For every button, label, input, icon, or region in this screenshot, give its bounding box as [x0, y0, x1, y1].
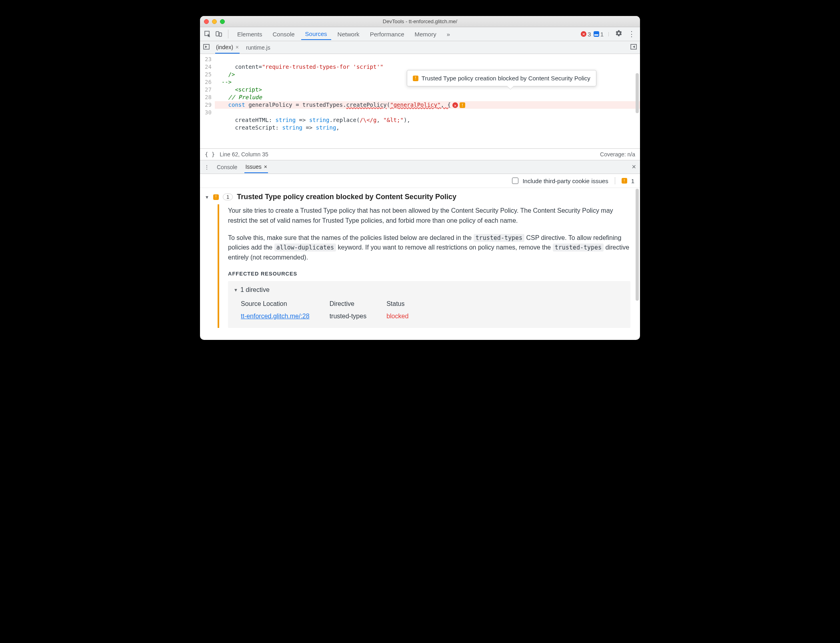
col-header-directive: Directive [330, 299, 366, 309]
file-tabbar: (index) × runtime.js [200, 41, 640, 54]
svg-rect-2 [219, 33, 222, 36]
warning-icon[interactable]: ! [460, 102, 465, 108]
device-toggle-icon[interactable] [214, 30, 223, 38]
tab-console[interactable]: Console [269, 28, 299, 40]
third-party-label: Include third-party cookie issues [522, 178, 608, 184]
window-title: DevTools - tt-enforced.glitch.me/ [204, 18, 636, 24]
collapse-icon[interactable]: ▼ [205, 195, 209, 200]
diagnostic-tooltip: ! Trusted Type policy creation blocked b… [407, 70, 596, 86]
close-icon[interactable]: × [236, 44, 239, 50]
collapse-icon[interactable]: ▼ [234, 287, 238, 294]
warning-icon: ! [413, 76, 418, 81]
warning-icon: ! [213, 194, 219, 200]
file-tab-label: runtime.js [246, 44, 270, 51]
main-toolbar: Elements Console Sources Network Perform… [200, 27, 640, 41]
more-menu-icon[interactable]: ⋮ [626, 30, 637, 38]
source-editor[interactable]: 23 24 25 26 27 28 29 30 content="require… [200, 54, 640, 149]
issue-header[interactable]: ▼ ! 1 Trusted Type policy creation block… [205, 193, 630, 201]
close-icon[interactable]: × [264, 164, 267, 170]
message-count: 1 [600, 31, 604, 38]
col-header-status: Status [386, 299, 408, 309]
directive-summary-row[interactable]: ▼ 1 directive [234, 285, 625, 295]
issue-total-count: 1 [631, 178, 634, 184]
coverage-status: Coverage: n/a [600, 151, 635, 158]
error-icon[interactable]: ✕ [452, 102, 458, 108]
tabs-overflow[interactable]: » [443, 28, 454, 40]
window-controls [204, 19, 225, 24]
scrollbar[interactable] [636, 73, 639, 113]
drawer-tab-issues[interactable]: Issues × [244, 161, 268, 173]
third-party-checkbox[interactable] [512, 178, 518, 184]
source-location-link[interactable]: tt-enforced.glitch.me/:28 [241, 313, 310, 320]
directive-value: trusted-types [330, 312, 366, 322]
warning-icon: ! [622, 178, 627, 184]
minimize-window-button[interactable] [212, 19, 217, 24]
tab-sources[interactable]: Sources [301, 28, 331, 40]
message-icon: ▬ [594, 31, 599, 37]
pretty-print-icon[interactable]: { } [205, 151, 215, 158]
file-tab-label: (index) [216, 44, 233, 50]
status-value: blocked [386, 312, 408, 322]
file-tab-index[interactable]: (index) × [215, 42, 240, 54]
affected-resources: ▼ 1 directive Source Location tt-enforce… [228, 281, 630, 327]
issue-title: Trusted Type policy creation blocked by … [237, 193, 456, 201]
line-gutter: 23 24 25 26 27 28 29 30 [200, 54, 215, 148]
titlebar: DevTools - tt-enforced.glitch.me/ [200, 16, 640, 27]
drawer-tabbar: ⋮ Console Issues × × [200, 160, 640, 174]
tooltip-text: Trusted Type policy creation blocked by … [422, 74, 590, 82]
editor-statusbar: { } Line 62, Column 35 Coverage: n/a [200, 149, 640, 160]
tab-network[interactable]: Network [334, 28, 364, 40]
debugger-toggle-icon[interactable] [630, 44, 637, 51]
error-count: 3 [588, 31, 591, 38]
issue-item: ▼ ! 1 Trusted Type policy creation block… [200, 188, 640, 340]
close-window-button[interactable] [204, 19, 209, 24]
file-tab-runtime[interactable]: runtime.js [245, 42, 271, 53]
inspect-icon[interactable] [203, 30, 212, 38]
col-header-source: Source Location [241, 299, 310, 309]
cursor-position: Line 62, Column 35 [220, 151, 268, 158]
issues-filter-row: Include third-party cookie issues ! 1 [200, 174, 640, 188]
tab-elements[interactable]: Elements [233, 28, 266, 40]
affected-resources-header: AFFECTED RESOURCES [228, 270, 630, 278]
navigator-toggle-icon[interactable] [203, 44, 210, 51]
tab-performance[interactable]: Performance [366, 28, 408, 40]
issue-paragraph: Your site tries to create a Trusted Type… [228, 206, 630, 226]
code-lines: content="require-trusted-types-for 'scri… [215, 54, 640, 148]
svg-rect-1 [216, 32, 219, 36]
settings-icon[interactable] [614, 30, 624, 39]
drawer-more-icon[interactable]: ⋮ [204, 164, 210, 170]
issues-count-badge[interactable]: ▬ 1 [594, 31, 604, 38]
tab-memory[interactable]: Memory [411, 28, 440, 40]
zoom-window-button[interactable] [220, 19, 225, 24]
issue-body: Your site tries to create a Trusted Type… [218, 204, 630, 328]
drawer-close-icon[interactable]: × [632, 163, 636, 171]
error-icon: ✕ [581, 31, 586, 37]
issue-count-pill: 1 [223, 194, 233, 200]
issue-paragraph: To solve this, make sure that the names … [228, 233, 630, 263]
devtools-window: DevTools - tt-enforced.glitch.me/ Elemen… [200, 16, 640, 340]
drawer-tab-console[interactable]: Console [216, 162, 238, 173]
error-count-badge[interactable]: ✕ 3 [581, 31, 591, 38]
